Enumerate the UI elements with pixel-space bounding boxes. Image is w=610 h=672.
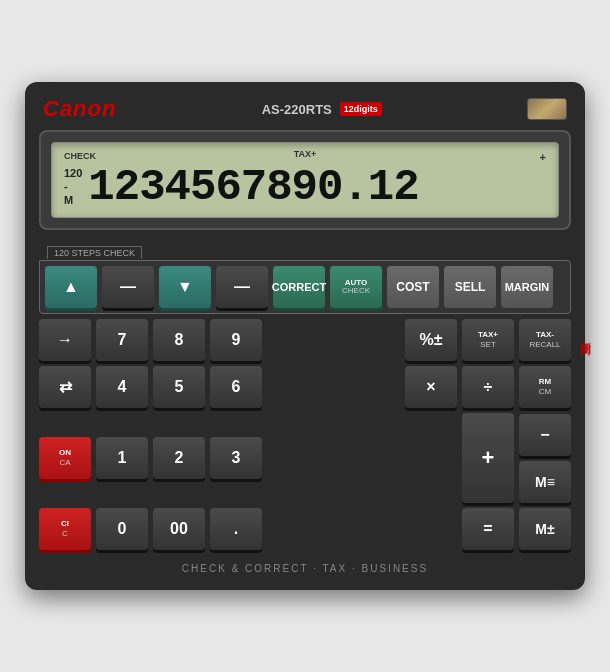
decimal-key[interactable]: . (210, 508, 262, 550)
divide-key[interactable]: ÷ (462, 366, 514, 408)
cost-key[interactable]: COST (387, 266, 439, 308)
multiply-key[interactable]: × (405, 366, 457, 408)
display-main-number: 1234567890.12 (88, 165, 418, 209)
tax-plus-key[interactable]: TAX+ SET (462, 319, 514, 361)
dash1-key[interactable]: — (102, 266, 154, 308)
percent-plus-minus-key[interactable]: %± (405, 319, 457, 361)
key-9[interactable]: 9 (210, 319, 262, 361)
check-indicator: CHECK (64, 151, 96, 161)
calculator-header: Canon AS-220RTS 12digits (39, 96, 571, 122)
right-arrow-key[interactable]: → (39, 319, 91, 361)
display-minus: - (64, 180, 82, 193)
up-arrow-key[interactable]: ▲ (45, 266, 97, 308)
key-3[interactable]: 3 (210, 437, 262, 479)
model-name: AS-220RTS (262, 102, 332, 117)
ci-c-key[interactable]: CI C (39, 508, 91, 550)
row-3: ⇄ 4 5 6 × ÷ RM CM (39, 366, 571, 408)
function-keys: ▲ — ▼ — CORRECT AUTO CHECK (45, 266, 565, 308)
keypad: 120 STEPS CHECK ▲ — ▼ — CORRECT (39, 242, 571, 550)
display-left-labels: 120 - M (64, 167, 82, 207)
display-container: CHECK TAX+ + 120 - M 1234567890.12 (39, 130, 571, 230)
dash2-key[interactable]: — (216, 266, 268, 308)
tax-minus-key[interactable]: TAX- RECALL (519, 319, 571, 361)
function-row: ▲ — ▼ — CORRECT AUTO CHECK (39, 260, 571, 314)
calculator-footer: CHECK & CORRECT · TAX · BUSINESS (39, 555, 571, 574)
model-area: AS-220RTS 12digits (262, 102, 382, 117)
brand-name: Canon (43, 96, 116, 122)
key-7[interactable]: 7 (96, 319, 148, 361)
rm-cm-key[interactable]: RM CM (519, 366, 571, 408)
calculator: Canon AS-220RTS 12digits CHECK TAX+ + 12… (25, 82, 585, 590)
key-00[interactable]: 00 (153, 508, 205, 550)
plus-key[interactable]: + (462, 413, 514, 503)
display-120: 120 (64, 167, 82, 180)
margin-key[interactable]: MARGIN (501, 266, 553, 308)
equals-key[interactable]: = (462, 508, 514, 550)
row-5: CI C 0 00 . = M± (39, 508, 571, 550)
correct-key[interactable]: CORRECT (273, 266, 325, 308)
key-6[interactable]: 6 (210, 366, 262, 408)
solar-panel (527, 98, 567, 120)
plus-indicator: + (540, 151, 546, 163)
key-4[interactable]: 4 (96, 366, 148, 408)
on-ca-key[interactable]: ON CA (39, 437, 91, 479)
exchange-key[interactable]: ⇄ (39, 366, 91, 408)
key-2[interactable]: 2 (153, 437, 205, 479)
row-2: → 7 8 9 %± TAX+ SET TAX- RECALL (39, 319, 571, 361)
key-8[interactable]: 8 (153, 319, 205, 361)
key-5[interactable]: 5 (153, 366, 205, 408)
key-1[interactable]: 1 (96, 437, 148, 479)
display-screen: CHECK TAX+ + 120 - M 1234567890.12 (51, 142, 559, 218)
m-plus-minus-key[interactable]: M± (519, 508, 571, 550)
sell-key[interactable]: SELL (444, 266, 496, 308)
steps-check-label: 120 STEPS CHECK (39, 242, 571, 260)
tax-plus-indicator: TAX+ (294, 149, 317, 159)
key-0[interactable]: 0 (96, 508, 148, 550)
down-arrow-key[interactable]: ▼ (159, 266, 211, 308)
display-numbers: 120 - M 1234567890.12 (64, 165, 546, 209)
watermark: 新图网 (578, 333, 593, 339)
m-total-key[interactable]: M≡ (519, 461, 571, 503)
display-m: M (64, 194, 82, 207)
subtract-key[interactable]: − (519, 414, 571, 456)
auto-check-key[interactable]: AUTO CHECK (330, 266, 382, 308)
row-4: ON CA 1 2 3 + − M≡ (39, 413, 571, 503)
digits-badge: 12digits (340, 102, 382, 116)
